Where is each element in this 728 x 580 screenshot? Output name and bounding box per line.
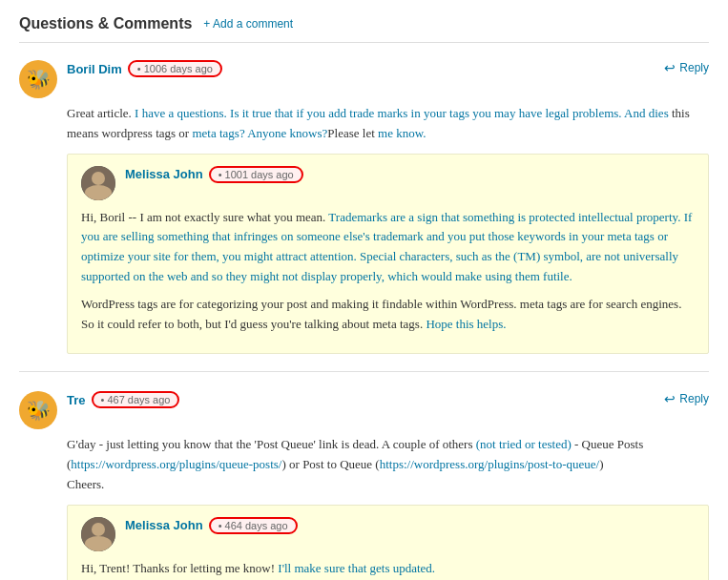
comment-block: 🐝Boril Dim• 1006 days ago↩ReplyGreat art… <box>19 60 709 372</box>
reply-body: Hi, Boril -- I am not exactly sure what … <box>81 208 695 335</box>
comments-container: 🐝Boril Dim• 1006 days ago↩ReplyGreat art… <box>19 60 709 580</box>
reply-author-name: Melissa John <box>125 518 203 532</box>
queue-posts-link[interactable]: https://wordpress.org/plugins/queue-post… <box>71 457 281 471</box>
comment-left: 🐝Boril Dim• 1006 days ago <box>19 60 222 98</box>
time-badge: • 467 days ago <box>92 391 180 408</box>
comment-text: G'day - just letting you know that the '… <box>67 435 709 494</box>
commenter-avatar: 🐝 <box>19 60 57 98</box>
reply-meta: Melissa John• 1001 days ago <box>125 166 303 187</box>
reply-avatar <box>81 517 115 551</box>
reply-header: Melissa John• 1001 days ago <box>81 166 695 200</box>
time-badge: • 1006 days ago <box>128 60 222 77</box>
comment-header: 🐝Tre• 467 days ago↩Reply <box>19 391 709 429</box>
comment-left: 🐝Tre• 467 days ago <box>19 391 179 429</box>
comment-meta: Tre• 467 days ago <box>67 391 179 408</box>
add-comment-link[interactable]: + Add a comment <box>203 17 293 31</box>
reply-body: Hi, Trent! Thanks for letting me know! I… <box>81 559 695 579</box>
reply-block: Melissa John• 1001 days agoHi, Boril -- … <box>67 154 709 355</box>
reply-arrow-icon: ↩ <box>664 60 676 75</box>
author-name: Tre <box>67 393 86 407</box>
author-line: Tre• 467 days ago <box>67 391 179 408</box>
reply-author-name: Melissa John <box>125 167 203 181</box>
reply-meta-line: Melissa John• 464 days ago <box>125 517 298 534</box>
reply-text: WordPress tags are for categorizing your… <box>81 295 695 335</box>
person-face-icon <box>81 517 115 551</box>
author-name: Boril Dim <box>67 62 122 76</box>
reply-button[interactable]: ↩Reply <box>664 60 709 75</box>
person-face-icon <box>81 166 115 200</box>
author-line: Boril Dim• 1006 days ago <box>67 60 222 77</box>
reply-time-badge: • 1001 days ago <box>209 166 303 183</box>
comment-block: 🐝Tre• 467 days ago↩ReplyG'day - just let… <box>19 391 709 580</box>
reply-button[interactable]: ↩Reply <box>664 391 709 406</box>
comment-text: Great article. I have a questions. Is it… <box>67 104 709 144</box>
commenter-avatar: 🐝 <box>19 391 57 429</box>
reply-meta-line: Melissa John• 1001 days ago <box>125 166 303 183</box>
reply-meta: Melissa John• 464 days ago <box>125 517 298 538</box>
comment-header: 🐝Boril Dim• 1006 days ago↩Reply <box>19 60 709 98</box>
reply-text: Hi, Boril -- I am not exactly sure what … <box>81 208 695 287</box>
comment-body: Great article. I have a questions. Is it… <box>67 104 709 144</box>
page-header: Questions & Comments + Add a comment <box>19 15 709 43</box>
reply-header: Melissa John• 464 days ago <box>81 517 695 551</box>
page-title: Questions & Comments <box>19 15 192 32</box>
page-container: Questions & Comments + Add a comment 🐝Bo… <box>19 15 709 580</box>
comment-meta: Boril Dim• 1006 days ago <box>67 60 222 77</box>
reply-time-badge: • 464 days ago <box>209 517 298 534</box>
reply-block: Melissa John• 464 days agoHi, Trent! Tha… <box>67 505 709 580</box>
reply-arrow-icon: ↩ <box>664 391 676 406</box>
comment-body: G'day - just letting you know that the '… <box>67 435 709 494</box>
reply-text: Hi, Trent! Thanks for letting me know! I… <box>81 559 695 579</box>
reply-avatar <box>81 166 115 200</box>
post-to-queue-link[interactable]: https://wordpress.org/plugins/post-to-qu… <box>380 457 600 471</box>
